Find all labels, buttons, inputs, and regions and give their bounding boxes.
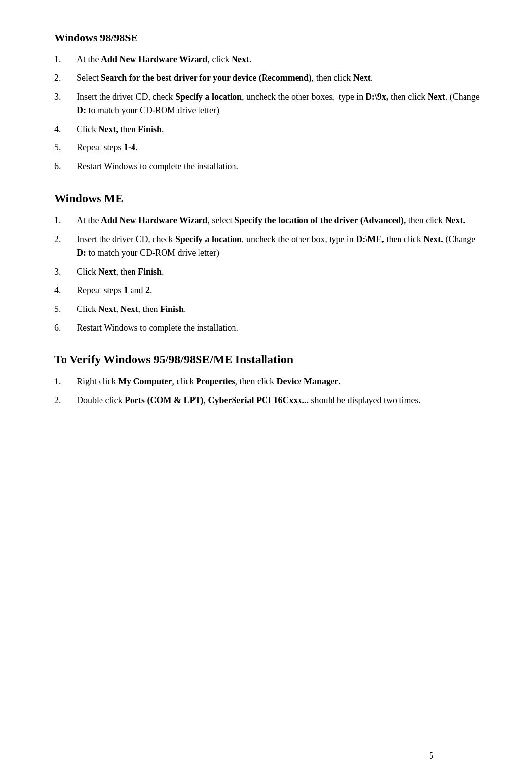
- list-number: 5.: [54, 303, 77, 316]
- list-number: 3.: [54, 265, 77, 278]
- list-text: Click Next, Next, then Finish.: [77, 303, 483, 316]
- list-item: 6. Restart Windows to complete the insta…: [54, 160, 483, 173]
- section-verify: To Verify Windows 95/98/98SE/ME Installa…: [54, 350, 483, 408]
- page-wrapper: Windows 98/98SE 1. At the Add New Hardwa…: [54, 30, 483, 760]
- list-text: Select Search for the best driver for yo…: [77, 71, 483, 85]
- list-item: 1. At the Add New Hardware Wizard, selec…: [54, 214, 483, 228]
- list-number: 3.: [54, 90, 77, 104]
- list-item: 5. Click Next, Next, then Finish.: [54, 303, 483, 316]
- list-verify: 1. Right click My Computer, click Proper…: [54, 375, 483, 408]
- list-text: Click Next, then Finish.: [77, 123, 483, 137]
- page-number: 5: [429, 749, 433, 760]
- list-number: 4.: [54, 284, 77, 297]
- list-item: 2. Double click Ports (COM & LPT), Cyber…: [54, 394, 483, 408]
- list-number: 2.: [54, 71, 77, 85]
- section-title-windows-me: Windows ME: [54, 189, 483, 207]
- list-number: 6.: [54, 160, 77, 173]
- list-item: 2. Select Search for the best driver for…: [54, 71, 483, 85]
- section-windows98: Windows 98/98SE 1. At the Add New Hardwa…: [54, 30, 483, 173]
- list-text: At the Add New Hardware Wizard, click Ne…: [77, 53, 483, 67]
- list-item: 4. Repeat steps 1 and 2.: [54, 284, 483, 298]
- list-text: Restart Windows to complete the installa…: [77, 321, 483, 335]
- list-item: 1. At the Add New Hardware Wizard, click…: [54, 53, 483, 67]
- list-windows-me: 1. At the Add New Hardware Wizard, selec…: [54, 214, 483, 335]
- list-text: Repeat steps 1-4.: [77, 141, 483, 155]
- list-item: 1. Right click My Computer, click Proper…: [54, 375, 483, 389]
- list-number: 5.: [54, 141, 77, 154]
- list-number: 1.: [54, 53, 77, 66]
- list-text: Repeat steps 1 and 2.: [77, 284, 483, 298]
- list-text: Click Next, then Finish.: [77, 265, 483, 279]
- section-title-verify: To Verify Windows 95/98/98SE/ME Installa…: [54, 350, 483, 368]
- list-item: 3. Click Next, then Finish.: [54, 265, 483, 279]
- list-text: Double click Ports (COM & LPT), CyberSer…: [77, 394, 483, 408]
- list-text: Restart Windows to complete the installa…: [77, 160, 483, 173]
- list-number: 6.: [54, 321, 77, 335]
- list-text: Right click My Computer, click Propertie…: [77, 375, 483, 389]
- list-number: 2.: [54, 233, 77, 246]
- list-item: 6. Restart Windows to complete the insta…: [54, 321, 483, 335]
- list-item: 5. Repeat steps 1-4.: [54, 141, 483, 155]
- list-number: 4.: [54, 123, 77, 136]
- list-item: 2. Insert the driver CD, check Specify a…: [54, 233, 483, 260]
- list-windows98: 1. At the Add New Hardware Wizard, click…: [54, 53, 483, 173]
- list-number: 1.: [54, 214, 77, 227]
- section-title-windows98: Windows 98/98SE: [54, 30, 483, 46]
- list-text: At the Add New Hardware Wizard, select S…: [77, 214, 483, 228]
- list-item: 4. Click Next, then Finish.: [54, 123, 483, 137]
- section-windows-me: Windows ME 1. At the Add New Hardware Wi…: [54, 189, 483, 335]
- list-text: Insert the driver CD, check Specify a lo…: [77, 90, 483, 118]
- list-number: 1.: [54, 375, 77, 388]
- list-text: Insert the driver CD, check Specify a lo…: [77, 233, 483, 260]
- list-number: 2.: [54, 394, 77, 407]
- list-item: 3. Insert the driver CD, check Specify a…: [54, 90, 483, 118]
